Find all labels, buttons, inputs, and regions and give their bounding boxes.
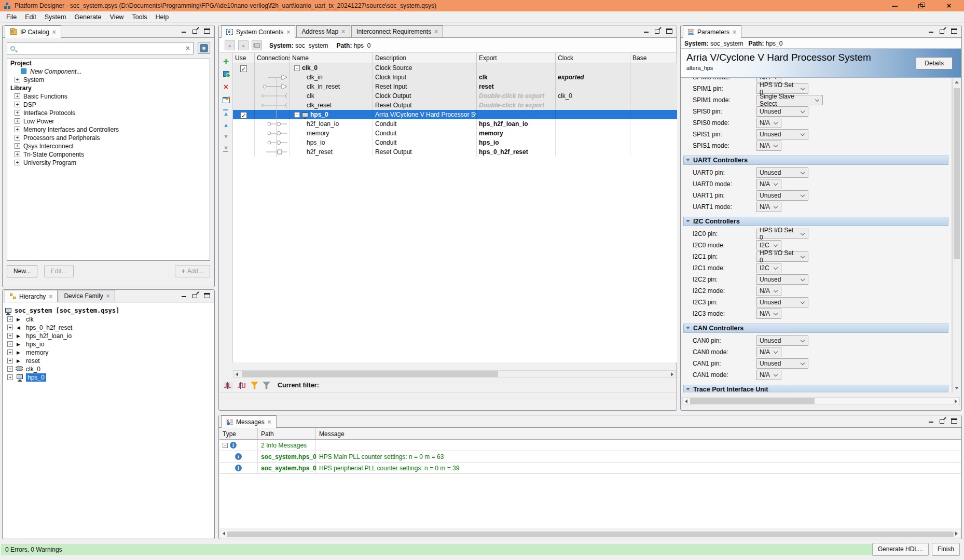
menu-generate[interactable]: Generate — [70, 12, 105, 22]
scroll-left-icon[interactable] — [685, 399, 687, 403]
export-cell[interactable] — [477, 63, 556, 73]
tab-close-icon[interactable]: × — [106, 292, 110, 300]
use-checkbox[interactable]: ✓ — [240, 112, 247, 119]
export-cell[interactable]: reset — [477, 82, 556, 91]
param-dropdown[interactable]: N/A — [756, 118, 781, 128]
param-dropdown[interactable]: Unused — [756, 335, 808, 346]
horizontal-scrollbar[interactable] — [681, 393, 961, 410]
export-cell[interactable]: hps_0_h2f_reset — [477, 147, 556, 157]
param-dropdown[interactable]: Unused — [756, 297, 808, 307]
tree-item-hps-h2f-loan-io[interactable]: +▶hps_h2f_loan_io — [3, 332, 214, 340]
add-component-button[interactable]: + — [223, 57, 229, 65]
tab-interconnect-requirements[interactable]: Interconnect Requirements × — [351, 25, 443, 37]
clock-cell[interactable] — [556, 129, 630, 138]
clock-cell[interactable] — [556, 147, 630, 157]
panel-minimize-icon[interactable] — [181, 292, 188, 298]
export-cell[interactable]: Double-click to export — [477, 91, 556, 101]
minimize-icon[interactable] — [891, 3, 899, 9]
export-cell[interactable]: clk — [477, 73, 556, 82]
base-cell[interactable] — [630, 82, 677, 91]
panel-minimize-icon[interactable] — [181, 28, 188, 34]
base-cell[interactable] — [630, 138, 677, 147]
clock-cell[interactable]: clk_0 — [556, 91, 630, 101]
connections-cell[interactable] — [255, 73, 290, 82]
tab-device-family[interactable]: Device Family × — [59, 290, 115, 302]
clock-cell[interactable] — [556, 101, 630, 110]
scroll-up-icon[interactable] — [955, 81, 959, 83]
tab-close-icon[interactable]: × — [49, 293, 52, 300]
param-dropdown[interactable]: HPS I/O Set 0 — [756, 229, 808, 239]
table-row[interactable]: clk_in Clock Input clk exported — [233, 73, 677, 82]
tree-item-clk-0[interactable]: +clk_0 — [3, 365, 214, 373]
move-to-top-button[interactable]: ▲ — [223, 109, 229, 116]
col-use[interactable]: Use — [233, 53, 255, 63]
tree-item-system[interactable]: +System — [7, 76, 210, 84]
export-cell[interactable] — [477, 110, 556, 119]
tree-item-processors-peripherals[interactable]: +Processors and Peripherals — [7, 134, 210, 142]
show-signals-icon[interactable] — [224, 382, 233, 389]
clear-search-icon[interactable]: × — [186, 44, 190, 52]
table-row-selected[interactable]: ✓ −hps_0 Arria V/Cyclone V Hard Processo… — [233, 110, 677, 119]
expand-icon[interactable]: + — [7, 333, 13, 339]
base-cell[interactable] — [630, 63, 677, 73]
panel-float-icon[interactable] — [655, 28, 662, 34]
duplicate-component-button[interactable] — [223, 71, 229, 77]
base-cell[interactable] — [630, 91, 677, 101]
catalog-settings-button[interactable] — [198, 43, 210, 54]
menu-system[interactable]: System — [40, 12, 71, 22]
filter-icon[interactable] — [251, 382, 258, 389]
component-view-button[interactable] — [252, 40, 262, 50]
scrollbar-thumb[interactable] — [227, 531, 954, 537]
generate-hdl-button[interactable]: Generate HDL... — [872, 543, 929, 556]
table-row[interactable]: ✓ −clk_0 Clock Source — [233, 63, 677, 73]
move-up-level-button[interactable]: ▲ — [225, 40, 235, 50]
base-cell[interactable] — [630, 101, 677, 110]
base-cell[interactable] — [630, 119, 677, 129]
connections-cell[interactable] — [255, 147, 290, 157]
tree-item-hps-0[interactable]: +hps_0 — [3, 373, 214, 382]
clock-cell[interactable] — [556, 138, 630, 147]
param-dropdown[interactable]: Unused — [756, 190, 808, 201]
finish-button[interactable]: Finish — [932, 543, 960, 556]
expand-icon[interactable]: + — [15, 93, 20, 99]
scroll-right-icon[interactable] — [955, 531, 958, 536]
expand-icon[interactable]: + — [15, 143, 20, 149]
expand-icon[interactable]: + — [15, 135, 20, 141]
horizontal-scrollbar[interactable] — [233, 370, 676, 378]
tree-item-new-component[interactable]: New Component... — [7, 67, 210, 76]
col-base[interactable]: Base — [630, 53, 677, 63]
expand-icon[interactable]: + — [15, 110, 20, 116]
table-row[interactable]: clk Clock Output Double-click to export … — [233, 91, 677, 101]
param-dropdown[interactable]: N/A — [756, 202, 781, 212]
panel-float-icon[interactable] — [940, 28, 946, 34]
clear-filter-icon[interactable] — [263, 382, 270, 389]
connections-cell[interactable] — [255, 63, 290, 73]
search-input[interactable] — [18, 45, 186, 52]
tree-item-clk[interactable]: +▶clk — [3, 315, 214, 324]
connections-cell[interactable] — [255, 110, 290, 119]
tab-ip-catalog[interactable]: IP Catalog × — [5, 25, 61, 38]
edit-button[interactable]: Edit... — [44, 265, 74, 277]
col-path[interactable]: Path — [258, 428, 316, 439]
param-dropdown[interactable]: Unused — [756, 358, 808, 369]
expand-icon[interactable]: + — [7, 316, 13, 322]
clock-cell[interactable] — [556, 110, 630, 119]
tree-item-reset[interactable]: +▶reset — [3, 357, 214, 365]
collapse-icon[interactable]: − — [294, 65, 300, 71]
tree-root-soc-system[interactable]: soc_system [soc_system.qsys] — [3, 306, 214, 315]
section-trace-port[interactable]: Trace Port Interface Unit — [683, 385, 948, 393]
expand-icon[interactable]: + — [7, 366, 13, 372]
export-cell[interactable]: hps_h2f_loan_io — [477, 119, 556, 129]
connections-cell[interactable] — [255, 138, 290, 147]
restore-icon[interactable] — [918, 3, 926, 9]
panel-maximize-icon[interactable] — [204, 28, 211, 34]
expand-icon[interactable]: + — [7, 349, 13, 355]
tab-messages[interactable]: × Messages × — [221, 415, 277, 428]
col-export[interactable]: Export — [477, 53, 556, 63]
tab-hierarchy[interactable]: Hierarchy × — [5, 290, 58, 302]
table-row[interactable]: memory Conduit memory — [233, 129, 677, 138]
connections-cell[interactable] — [255, 91, 290, 101]
panel-float-icon[interactable] — [940, 418, 946, 424]
base-cell[interactable] — [630, 129, 677, 138]
move-up-button[interactable]: ▲ — [223, 122, 229, 128]
